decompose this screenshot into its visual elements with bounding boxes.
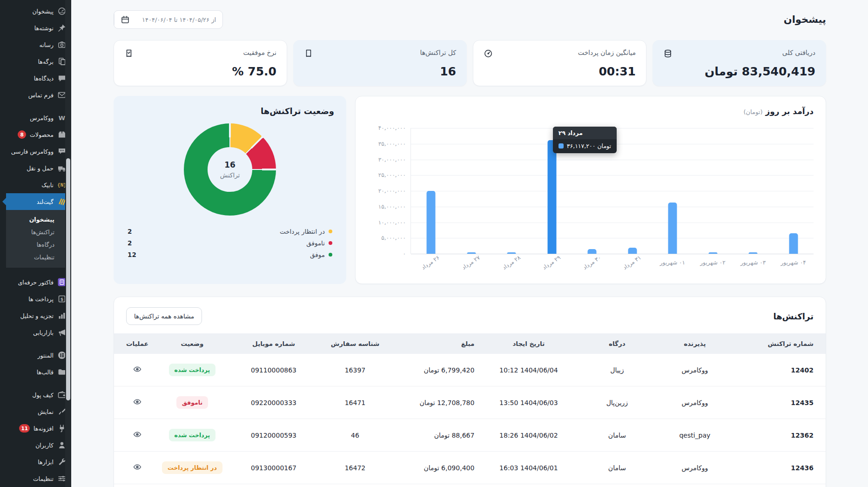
- submenu-item-2[interactable]: درگاه‌ها: [6, 238, 71, 251]
- sidebar-item-10[interactable]: {N} نابیک: [6, 176, 71, 193]
- sidebar-item-14[interactable]: تجزیه و تحلیل: [6, 307, 71, 324]
- legend-value: 12: [128, 251, 136, 258]
- stat-card-value: 75.0 %: [124, 65, 276, 78]
- cell-c-id: 12435: [733, 386, 826, 419]
- sidebar-item-17[interactable]: قالب‌ها: [6, 364, 71, 380]
- x-tick-label: ۲۸ مرداد: [501, 254, 521, 271]
- cell-c-gateway: به پرداخت ملت: [578, 484, 656, 487]
- date-range-picker[interactable]: از ۱۴۰۴/۰۵/۲۶ تا ۱۴۰۴/۰۶/۰۴: [114, 10, 223, 29]
- bar-1[interactable]: [467, 252, 476, 254]
- sidebar-item-label: فاکتور حرفه‌ای: [18, 279, 54, 286]
- sidebar-item-19[interactable]: نمایش: [6, 403, 71, 420]
- sidebar-item-6[interactable]: W ووکامرس: [6, 109, 71, 126]
- column-header-c-id: شماره تراکنش: [733, 333, 826, 354]
- table-row: 12399qesti_payبه پرداخت ملت1404/06/01 08…: [114, 484, 826, 487]
- revenue-chart-card: درآمد بر روز (تومان) ۴۰,۰۰۰,۰۰۰۳۵,۰۰۰,۰۰…: [355, 96, 826, 284]
- svg-text:$: $: [61, 297, 64, 302]
- submenu-item-3[interactable]: تنظیمات: [6, 251, 71, 264]
- sidebar-item-label: کاربران: [35, 442, 54, 449]
- cell-c-amount: 12,708,780 تومان: [394, 386, 479, 419]
- legend-item-2: موفق 12: [128, 251, 332, 258]
- sidebar-scrollbar[interactable]: [65, 0, 71, 487]
- table-row: 12402ووکامرسزیبال1404/06/04 10:126,799,4…: [114, 354, 826, 386]
- chart-title-unit: (تومان): [744, 108, 763, 115]
- svg-text:W: W: [59, 115, 65, 122]
- sidebar-item-9[interactable]: حمل و نقل: [6, 160, 71, 176]
- sidebar-item-3[interactable]: برگه‌ها: [6, 53, 71, 70]
- bar-8[interactable]: [749, 252, 758, 254]
- sidebar-item-16[interactable]: المنتور: [6, 347, 71, 364]
- view-transaction-button[interactable]: [133, 397, 142, 406]
- legend-color-dot: [329, 253, 332, 257]
- sidebar-item-label: تجزیه و تحلیل: [20, 312, 54, 319]
- tooltip-title: ۲۹ مرداد: [553, 127, 617, 139]
- sidebar-item-7[interactable]: محصولات8: [6, 126, 71, 143]
- x-tick-label: ۳۰ مرداد: [582, 254, 602, 271]
- submenu-item-0[interactable]: پیشخوان: [6, 213, 71, 226]
- bar-7[interactable]: [708, 252, 717, 254]
- cell-c-id: 12402: [733, 354, 826, 386]
- sidebar-item-label: برگه‌ها: [38, 58, 54, 65]
- view-transaction-button[interactable]: [133, 462, 142, 472]
- sidebar-item-label: پیشخوان: [32, 8, 54, 15]
- calendar-icon[interactable]: [114, 11, 135, 28]
- table-body: 12402ووکامرسزیبال1404/06/04 10:126,799,4…: [114, 354, 826, 487]
- sidebar-item-2[interactable]: رسانه: [6, 36, 71, 53]
- legend-label: موفق: [310, 251, 325, 258]
- status-badge: پرداخت شده: [169, 429, 216, 441]
- sidebar-item-11[interactable]: گیت‌لند: [6, 193, 71, 210]
- wp-admin-sidebar: پیشخوان نوشته‌ها رسانه برگه‌ها دیدگاه‌ها…: [0, 0, 71, 487]
- date-range-value: از ۱۴۰۴/۰۵/۲۶ تا ۱۴۰۴/۰۶/۰۴: [135, 11, 222, 28]
- column-header-c-status: وضعیت: [153, 333, 231, 354]
- sidebar-item-21[interactable]: کاربران: [6, 437, 71, 453]
- eye-icon: [133, 466, 142, 473]
- legend-value: 2: [128, 239, 132, 247]
- scrollbar-thumb[interactable]: [66, 158, 70, 400]
- sidebar-item-5[interactable]: فرم تماس: [6, 87, 71, 103]
- sidebar-item-0[interactable]: پیشخوان: [6, 3, 71, 20]
- sidebar-item-12[interactable]: فاکتور حرفه‌ای: [6, 274, 71, 291]
- sidebar-item-8[interactable]: ووکامرس فارسی: [6, 143, 71, 160]
- bar-2[interactable]: [507, 252, 516, 254]
- bar-0[interactable]: [427, 191, 436, 254]
- chart-plot-area: ۲۹ مرداد ۳۶,۱۱۷,۲۰۰ تومان: [410, 128, 814, 254]
- sidebar-item-label: دیدگاه‌ها: [34, 75, 54, 82]
- stat-card-label: کل تراکنش‌ها: [420, 49, 456, 56]
- bar-6[interactable]: [668, 203, 677, 254]
- sidebar-item-15[interactable]: بازاریابی: [6, 324, 71, 341]
- bar-9[interactable]: [789, 233, 798, 254]
- sidebar-item-18[interactable]: کیف پول: [6, 386, 71, 403]
- sidebar-item-20[interactable]: افزونه‌ها11: [6, 420, 71, 437]
- bar-4[interactable]: [588, 249, 597, 254]
- bar-3[interactable]: [547, 140, 556, 254]
- status-donut-chart[interactable]: 16 تراکنش: [184, 123, 276, 216]
- cell-c-date: 1404/06/03 13:50: [479, 386, 578, 419]
- stat-card-value: 83,540,419 تومان: [663, 65, 815, 78]
- legend-label: در انتظار پرداخت: [280, 228, 325, 235]
- x-tick-label: ۲۷ مرداد: [461, 254, 481, 271]
- cell-c-mobile: 09220000333: [231, 386, 316, 419]
- sidebar-item-13[interactable]: $ پرداخت ها: [6, 291, 71, 307]
- cell-c-gateway: سامان: [578, 452, 656, 484]
- donut-center-label: تراکنش: [220, 171, 240, 179]
- sidebar-item-22[interactable]: ابزارها: [6, 453, 71, 470]
- sidebar-badge: 11: [19, 424, 30, 433]
- sidebar-item-label: گیت‌لند: [37, 198, 54, 205]
- sidebar-item-23[interactable]: تنظیمات: [6, 470, 71, 487]
- eye-icon: [133, 368, 142, 375]
- view-all-transactions-button[interactable]: مشاهده همه تراکنش‌ها: [126, 307, 202, 325]
- stat-card-label: دریافتی کلی: [782, 49, 815, 56]
- view-transaction-button[interactable]: [133, 365, 142, 374]
- gauge-icon: [484, 49, 493, 60]
- submenu-item-1[interactable]: تراکنش‌ها: [6, 226, 71, 238]
- status-badge: پرداخت شده: [169, 364, 216, 376]
- x-tick-label: ۲۹ مرداد: [541, 254, 562, 271]
- cell-c-date: 1404/06/02 18:26: [479, 419, 578, 452]
- sidebar-item-1[interactable]: نوشته‌ها: [6, 20, 71, 36]
- legend-value: 2: [128, 228, 132, 235]
- bar-5[interactable]: [628, 248, 637, 254]
- sidebar-item-4[interactable]: دیدگاه‌ها: [6, 70, 71, 87]
- column-header-c-order: شناسه سفارش: [316, 333, 394, 354]
- sidebar-item-label: کیف پول: [32, 392, 54, 399]
- view-transaction-button[interactable]: [133, 430, 142, 439]
